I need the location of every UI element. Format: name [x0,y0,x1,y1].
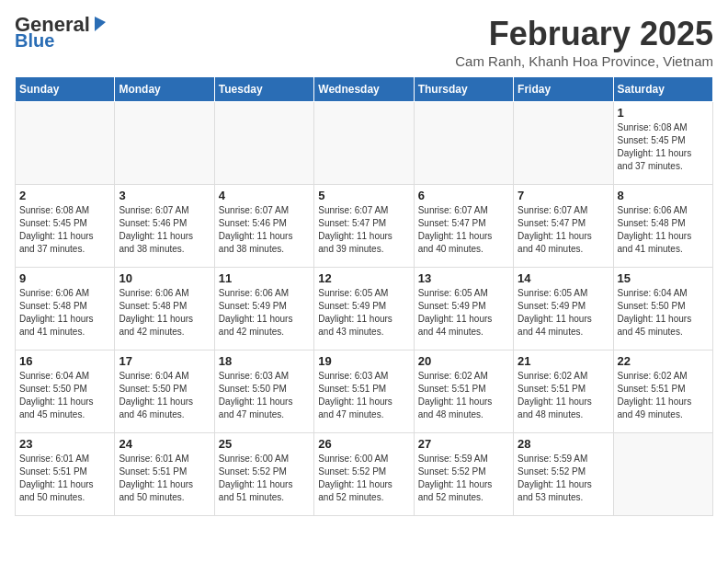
calendar-cell: 19Sunrise: 6:03 AM Sunset: 5:51 PM Dayli… [314,350,414,433]
day-info: Sunrise: 6:03 AM Sunset: 5:50 PM Dayligh… [219,370,310,421]
day-info: Sunrise: 6:06 AM Sunset: 5:48 PM Dayligh… [19,287,110,339]
calendar-cell: 28Sunrise: 5:59 AM Sunset: 5:52 PM Dayli… [514,433,613,516]
calendar-cell: 2Sunrise: 6:08 AM Sunset: 5:45 PM Daylig… [16,185,115,268]
day-info: Sunrise: 6:03 AM Sunset: 5:51 PM Dayligh… [318,370,409,421]
calendar-cell: 6Sunrise: 6:07 AM Sunset: 5:47 PM Daylig… [414,185,513,268]
location: Cam Ranh, Khanh Hoa Province, Vietnam [455,53,713,69]
logo: General Blue [15,15,106,50]
calendar-cell: 5Sunrise: 6:07 AM Sunset: 5:47 PM Daylig… [314,185,414,268]
day-number: 21 [518,354,609,368]
calendar-cell: 18Sunrise: 6:03 AM Sunset: 5:50 PM Dayli… [214,350,313,433]
day-number: 17 [119,354,210,368]
calendar-cell: 8Sunrise: 6:06 AM Sunset: 5:48 PM Daylig… [613,185,712,268]
calendar-cell: 21Sunrise: 6:02 AM Sunset: 5:51 PM Dayli… [514,350,613,433]
day-number: 15 [618,271,709,285]
calendar-cell: 24Sunrise: 6:01 AM Sunset: 5:51 PM Dayli… [115,433,214,516]
day-info: Sunrise: 6:08 AM Sunset: 5:45 PM Dayligh… [618,121,709,173]
day-info: Sunrise: 6:06 AM Sunset: 5:48 PM Dayligh… [119,287,210,339]
day-number: 20 [418,354,509,368]
day-info: Sunrise: 6:05 AM Sunset: 5:49 PM Dayligh… [418,287,509,339]
day-number: 22 [618,354,709,368]
day-info: Sunrise: 6:07 AM Sunset: 5:47 PM Dayligh… [518,204,609,256]
day-info: Sunrise: 6:07 AM Sunset: 5:46 PM Dayligh… [119,204,210,256]
title-area: February 2025 Cam Ranh, Khanh Hoa Provin… [455,15,713,69]
calendar-cell: 16Sunrise: 6:04 AM Sunset: 5:50 PM Dayli… [16,350,115,433]
calendar-cell: 9Sunrise: 6:06 AM Sunset: 5:48 PM Daylig… [16,268,115,350]
day-info: Sunrise: 6:08 AM Sunset: 5:45 PM Dayligh… [19,204,110,256]
calendar-cell [613,433,712,516]
day-number: 13 [418,271,509,285]
day-info: Sunrise: 6:04 AM Sunset: 5:50 PM Dayligh… [19,370,110,421]
header-day-tuesday: Tuesday [214,77,313,102]
day-info: Sunrise: 6:07 AM Sunset: 5:47 PM Dayligh… [418,204,509,256]
calendar-cell: 17Sunrise: 6:04 AM Sunset: 5:50 PM Dayli… [115,350,214,433]
day-info: Sunrise: 6:01 AM Sunset: 5:51 PM Dayligh… [119,453,210,504]
calendar-cell [514,102,613,185]
day-number: 3 [119,189,210,202]
header-day-thursday: Thursday [414,77,513,102]
day-info: Sunrise: 5:59 AM Sunset: 5:52 PM Dayligh… [518,453,609,504]
calendar-cell [16,102,115,185]
day-number: 7 [518,189,609,202]
calendar-body: 1Sunrise: 6:08 AM Sunset: 5:45 PM Daylig… [16,102,713,516]
day-number: 5 [318,189,409,202]
day-number: 26 [318,437,409,451]
calendar-cell: 22Sunrise: 6:02 AM Sunset: 5:51 PM Dayli… [613,350,712,433]
logo-blue: Blue [15,31,54,50]
day-number: 4 [219,189,310,202]
calendar-cell: 13Sunrise: 6:05 AM Sunset: 5:49 PM Dayli… [414,268,513,350]
day-info: Sunrise: 6:00 AM Sunset: 5:52 PM Dayligh… [219,453,310,504]
day-info: Sunrise: 5:59 AM Sunset: 5:52 PM Dayligh… [418,453,509,504]
day-info: Sunrise: 6:07 AM Sunset: 5:47 PM Dayligh… [318,204,409,256]
calendar-cell: 10Sunrise: 6:06 AM Sunset: 5:48 PM Dayli… [115,268,214,350]
day-info: Sunrise: 6:04 AM Sunset: 5:50 PM Dayligh… [618,287,709,339]
day-number: 16 [19,354,110,368]
calendar-cell [314,102,414,185]
day-info: Sunrise: 6:06 AM Sunset: 5:48 PM Dayligh… [618,204,709,256]
calendar-cell: 20Sunrise: 6:02 AM Sunset: 5:51 PM Dayli… [414,350,513,433]
header-row: SundayMondayTuesdayWednesdayThursdayFrid… [16,77,713,102]
calendar-cell: 15Sunrise: 6:04 AM Sunset: 5:50 PM Dayli… [613,268,712,350]
day-number: 8 [618,189,709,202]
calendar-cell: 14Sunrise: 6:05 AM Sunset: 5:49 PM Dayli… [514,268,613,350]
week-row-2: 2Sunrise: 6:08 AM Sunset: 5:45 PM Daylig… [16,185,713,268]
day-number: 18 [219,354,310,368]
month-title: February 2025 [455,15,713,53]
day-info: Sunrise: 6:02 AM Sunset: 5:51 PM Dayligh… [618,370,709,421]
day-info: Sunrise: 6:07 AM Sunset: 5:46 PM Dayligh… [219,204,310,256]
logo-arrow-icon [93,17,106,35]
week-row-4: 16Sunrise: 6:04 AM Sunset: 5:50 PM Dayli… [16,350,713,433]
day-number: 23 [19,437,110,451]
day-info: Sunrise: 6:00 AM Sunset: 5:52 PM Dayligh… [318,453,409,504]
header-day-sunday: Sunday [16,77,115,102]
calendar-cell: 12Sunrise: 6:05 AM Sunset: 5:49 PM Dayli… [314,268,414,350]
calendar-table: SundayMondayTuesdayWednesdayThursdayFrid… [15,76,713,516]
day-info: Sunrise: 6:05 AM Sunset: 5:49 PM Dayligh… [518,287,609,339]
header-day-friday: Friday [514,77,613,102]
day-number: 10 [119,271,210,285]
header-day-saturday: Saturday [613,77,712,102]
calendar-cell [414,102,513,185]
calendar-cell [214,102,313,185]
calendar-cell: 27Sunrise: 5:59 AM Sunset: 5:52 PM Dayli… [414,433,513,516]
day-info: Sunrise: 6:05 AM Sunset: 5:49 PM Dayligh… [318,287,409,339]
day-number: 28 [518,437,609,451]
day-number: 27 [418,437,509,451]
calendar-cell: 7Sunrise: 6:07 AM Sunset: 5:47 PM Daylig… [514,185,613,268]
svg-marker-0 [95,17,106,31]
week-row-3: 9Sunrise: 6:06 AM Sunset: 5:48 PM Daylig… [16,268,713,350]
calendar-cell [115,102,214,185]
day-number: 14 [518,271,609,285]
calendar-cell: 23Sunrise: 6:01 AM Sunset: 5:51 PM Dayli… [16,433,115,516]
day-number: 1 [618,106,709,120]
day-info: Sunrise: 6:01 AM Sunset: 5:51 PM Dayligh… [19,453,110,504]
day-number: 2 [19,189,110,202]
day-number: 19 [318,354,409,368]
calendar-cell: 1Sunrise: 6:08 AM Sunset: 5:45 PM Daylig… [613,102,712,185]
day-number: 11 [219,271,310,285]
calendar-cell: 4Sunrise: 6:07 AM Sunset: 5:46 PM Daylig… [214,185,313,268]
day-info: Sunrise: 6:06 AM Sunset: 5:49 PM Dayligh… [219,287,310,339]
day-info: Sunrise: 6:02 AM Sunset: 5:51 PM Dayligh… [418,370,509,421]
header-day-wednesday: Wednesday [314,77,414,102]
calendar-header: SundayMondayTuesdayWednesdayThursdayFrid… [16,77,713,102]
